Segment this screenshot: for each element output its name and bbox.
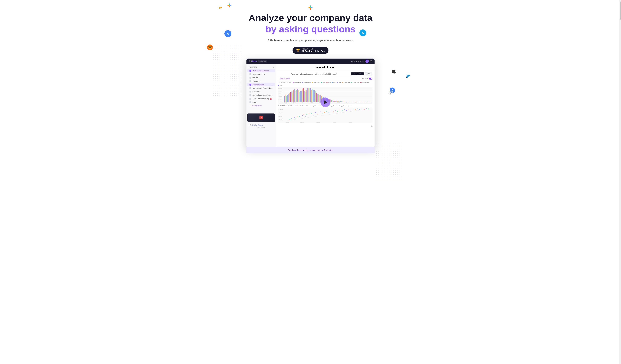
sidebar-bottom: 💬 Join Our Discord ver. 0.12.10 [246, 123, 276, 130]
svg-point-216 [322, 113, 323, 114]
sidebar-item-iris[interactable]: Iris Project [247, 80, 275, 83]
chart-title: Avocado Prices [276, 64, 375, 71]
svg-rect-74 [310, 89, 310, 102]
svg-rect-76 [311, 89, 311, 102]
sidebar-item-icon [249, 84, 251, 85]
sidebar-projects-header: Projects ∧ [246, 66, 276, 69]
svg-rect-49 [295, 90, 295, 102]
hero-title: Analyze your company data [205, 12, 416, 23]
sidebar-item-icon [249, 94, 251, 96]
sidebar-item-accounting[interactable]: Edith Does Accounting 👛 [247, 97, 275, 100]
app-header-left: AskEdith My Team [249, 60, 267, 63]
svg-point-221 [333, 112, 334, 113]
svg-point-209 [306, 114, 307, 115]
video-thumbnail[interactable] [247, 114, 275, 122]
legend-item: 4225 [326, 82, 331, 83]
ph-badge[interactable]: 🏆 PRODUCT HUNT #1 Product of the Day [293, 47, 328, 54]
svg-rect-40 [290, 95, 290, 102]
svg-rect-126 [340, 101, 341, 102]
svg-text:2018-01: 2018-01 [310, 102, 313, 103]
ask-edith-button[interactable]: ASK EDITH → [351, 72, 364, 75]
svg-rect-41 [290, 92, 291, 102]
what-can-ask-link[interactable]: What can I ask? [278, 77, 292, 80]
query-text[interactable]: What are the trends in avocado prices ov… [278, 73, 350, 75]
video-play-button[interactable] [259, 116, 263, 119]
svg-text:20,000,000: 20,000,000 [300, 122, 304, 123]
sidebar-item-crm[interactable]: CRM [247, 101, 275, 104]
svg-point-219 [328, 113, 329, 113]
user-avatar[interactable]: J [365, 60, 369, 63]
svg-point-211 [311, 113, 312, 114]
bottom-banner[interactable]: See how Jared analyzes sales data in 2 m… [246, 147, 375, 153]
sidebar-item-data-science-salaries[interactable]: Data Science Salaries [247, 69, 275, 72]
svg-rect-115 [334, 100, 334, 102]
svg-rect-47 [294, 92, 294, 102]
svg-rect-89 [318, 94, 319, 102]
svg-rect-57 [300, 90, 300, 102]
svg-rect-59 [301, 89, 301, 102]
sidebar-item-test-vis[interactable]: test-vis [247, 76, 275, 79]
svg-point-220 [331, 111, 331, 111]
paypal-icon: P P [406, 74, 410, 79]
svg-rect-136 [346, 102, 346, 102]
svg-rect-52 [297, 88, 297, 102]
legend-item: TotalVolume [312, 82, 320, 83]
svg-rect-44 [292, 93, 293, 102]
svg-point-213 [315, 112, 316, 113]
legend-item: Bags [337, 82, 341, 83]
svg-point-234 [362, 108, 362, 109]
discord-link[interactable]: 💬 Join Our Discord [249, 124, 274, 126]
svg-rect-134 [345, 102, 345, 102]
sidebar-item-startup[interactable]: Startup Fundraising Data 🔥 [247, 93, 275, 97]
svg-point-229 [350, 110, 351, 111]
play-button[interactable] [320, 98, 330, 107]
sidebar-item-apple-stock[interactable]: Apple Stock Data [247, 73, 275, 76]
svg-text:2022-01: 2022-01 [346, 102, 348, 103]
avatar-a-icon: A [227, 32, 229, 35]
svg-point-231 [355, 109, 356, 110]
svg-point-205 [301, 118, 301, 118]
svg-rect-60 [301, 91, 302, 102]
svg-rect-42 [291, 94, 291, 102]
svg-point-18 [371, 61, 371, 62]
app-header-right: jared@askedith.ai J [351, 60, 372, 63]
svg-rect-88 [318, 95, 318, 102]
legend-item: Small_Bags [342, 82, 350, 83]
svg-rect-32 [285, 95, 285, 102]
svg-point-232 [357, 109, 358, 109]
chart-area: Line Graphs by Date conventional Average… [276, 80, 375, 124]
svg-point-215 [320, 111, 321, 112]
svg-point-224 [340, 110, 340, 110]
scatter-legend-item: year [347, 105, 351, 107]
app-team-selector[interactable]: My Team [258, 60, 267, 63]
svg-rect-48 [294, 89, 295, 102]
svg-text:2021-01: 2021-01 [337, 102, 340, 103]
svg-text:P: P [407, 74, 410, 79]
app-sidebar: Projects ∧ Data Science Salaries Apple S… [246, 64, 276, 147]
save-button[interactable]: SAVE [365, 72, 372, 75]
avatar-left-top: A [224, 30, 231, 37]
svg-rect-56 [299, 92, 299, 102]
avatar-a-teal-icon: A [362, 31, 364, 34]
auto-run-toggle-switch[interactable] [369, 78, 372, 80]
app-main-content: Avocado Prices What are the trends in av… [276, 64, 375, 147]
svg-rect-117 [335, 101, 335, 102]
download-icon[interactable] [371, 125, 373, 127]
sidebar-item-avocado[interactable]: Avocado Prices ··· [247, 83, 275, 86]
svg-rect-38 [289, 94, 289, 102]
svg-rect-33 [286, 95, 286, 102]
svg-rect-122 [338, 101, 338, 102]
sidebar-item-icon [249, 87, 251, 89]
svg-rect-72 [309, 88, 309, 102]
svg-rect-111 [331, 100, 332, 102]
svg-rect-45 [293, 91, 293, 102]
sidebar-item-cygnal[interactable]: Cygnal-OK [247, 90, 275, 93]
settings-icon[interactable] [370, 60, 372, 62]
top-windmill [205, 4, 416, 11]
sidebar-item-ds-shared[interactable]: Data Science Salaries [shared] [247, 86, 275, 90]
auto-run-toggle[interactable]: Auto-Run [362, 78, 372, 80]
svg-rect-79 [313, 91, 313, 102]
svg-rect-46 [293, 90, 293, 102]
sidebar-create-project[interactable]: + Create Project [247, 104, 275, 107]
svg-point-201 [294, 117, 295, 118]
